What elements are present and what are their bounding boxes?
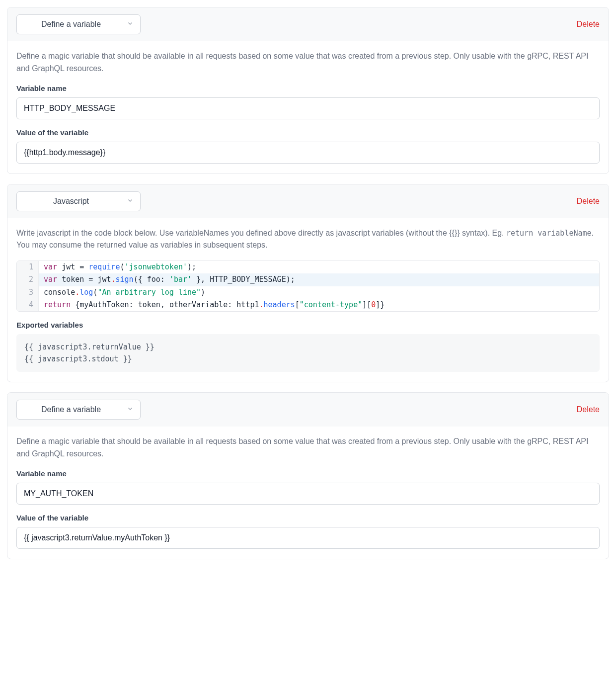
code-editor[interactable]: 1var jwt = require('jsonwebtoken');2var … [16, 260, 600, 312]
card-header: Javascript Delete [7, 184, 609, 218]
exported-variables-box: {{ javascript3.returnValue }} {{ javascr… [16, 334, 600, 372]
step-type-select-wrap: Javascript [16, 191, 141, 211]
code-line[interactable]: 4return {myAuthToken: token, otherVariab… [17, 299, 599, 311]
delete-button[interactable]: Delete [577, 197, 600, 206]
card-body: Define a magic variable that should be a… [7, 427, 609, 559]
gutter-line-number: 3 [17, 286, 39, 299]
variable-name-field: Variable name [16, 469, 600, 505]
variable-name-input[interactable] [16, 97, 600, 119]
help-text: Define a magic variable that should be a… [16, 50, 600, 75]
step-type-select-wrap: Define a variable [16, 400, 141, 420]
help-text: Define a magic variable that should be a… [16, 435, 600, 460]
card-header: Define a variable Delete [7, 7, 609, 41]
code-line[interactable]: 2var token = jwt.sign({ foo: 'bar' }, HT… [17, 273, 599, 286]
variable-value-input[interactable] [16, 142, 600, 164]
code-line[interactable]: 3console.log("An arbitrary log line") [17, 286, 599, 299]
code-content[interactable]: console.log("An arbitrary log line") [39, 286, 210, 299]
gutter-line-number: 4 [17, 299, 39, 311]
card-header: Define a variable Delete [7, 393, 609, 427]
code-content[interactable]: var token = jwt.sign({ foo: 'bar' }, HTT… [39, 273, 300, 286]
step-type-select[interactable]: Javascript [16, 191, 141, 211]
variable-name-field: Variable name [16, 84, 600, 119]
step-type-select-wrap: Define a variable [16, 14, 141, 34]
step-type-select[interactable]: Define a variable [16, 400, 141, 420]
gutter-line-number: 2 [17, 273, 39, 286]
variable-value-field: Value of the variable [16, 128, 600, 164]
variable-value-field: Value of the variable [16, 514, 600, 549]
delete-button[interactable]: Delete [577, 20, 600, 29]
variable-value-input[interactable] [16, 527, 600, 549]
card-body: Write javascript in the code block below… [7, 218, 609, 382]
help-text: Write javascript in the code block below… [16, 227, 600, 252]
variable-value-label: Value of the variable [16, 514, 600, 522]
help-text-code: return variableName [506, 229, 592, 238]
code-line[interactable]: 1var jwt = require('jsonwebtoken'); [17, 261, 599, 273]
help-text-pre: Write javascript in the code block below… [16, 229, 506, 237]
exported-variables-label: Exported variables [16, 321, 600, 329]
step-card-2: Javascript Delete Write javascript in th… [7, 184, 609, 383]
delete-button[interactable]: Delete [577, 405, 600, 414]
card-body: Define a magic variable that should be a… [7, 41, 609, 173]
step-type-select[interactable]: Define a variable [16, 14, 141, 34]
step-card-3: Define a variable Delete Define a magic … [7, 392, 609, 559]
variable-name-label: Variable name [16, 84, 600, 92]
code-content[interactable]: var jwt = require('jsonwebtoken'); [39, 261, 201, 273]
variable-name-label: Variable name [16, 469, 600, 478]
gutter-line-number: 1 [17, 261, 39, 273]
code-content[interactable]: return {myAuthToken: token, otherVariabl… [39, 299, 389, 311]
variable-name-input[interactable] [16, 483, 600, 505]
variable-value-label: Value of the variable [16, 128, 600, 137]
step-card-1: Define a variable Delete Define a magic … [7, 7, 609, 174]
